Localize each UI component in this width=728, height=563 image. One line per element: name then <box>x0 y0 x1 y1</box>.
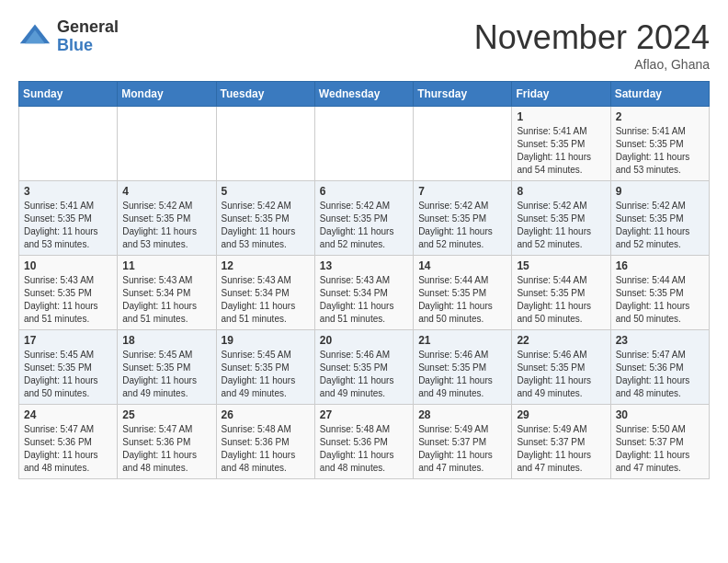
location: Aflao, Ghana <box>474 57 710 72</box>
day-number: 19 <box>222 334 310 347</box>
calendar-cell: 20Sunrise: 5:46 AMSunset: 5:35 PMDayligh… <box>314 330 413 405</box>
day-info: Sunrise: 5:42 AMSunset: 5:35 PMDaylight:… <box>418 200 506 251</box>
day-number: 14 <box>418 259 506 272</box>
day-info: Sunrise: 5:44 AMSunset: 5:35 PMDaylight:… <box>517 274 605 326</box>
calendar-cell: 9Sunrise: 5:42 AMSunset: 5:35 PMDaylight… <box>610 181 709 256</box>
calendar-cell: 15Sunrise: 5:44 AMSunset: 5:35 PMDayligh… <box>512 256 610 330</box>
day-number: 21 <box>418 334 506 347</box>
weekday-header: Wednesday <box>314 82 413 107</box>
day-number: 26 <box>222 408 310 421</box>
day-number: 1 <box>517 110 605 123</box>
calendar-cell: 13Sunrise: 5:43 AMSunset: 5:34 PMDayligh… <box>314 256 413 330</box>
weekday-header: Monday <box>118 82 216 107</box>
day-info: Sunrise: 5:47 AMSunset: 5:36 PMDaylight:… <box>122 423 210 475</box>
day-info: Sunrise: 5:42 AMSunset: 5:35 PMDaylight:… <box>517 200 605 251</box>
weekday-header-row: SundayMondayTuesdayWednesdayThursdayFrid… <box>19 82 710 107</box>
day-number: 2 <box>616 110 704 123</box>
day-number: 13 <box>320 259 408 272</box>
calendar-cell: 11Sunrise: 5:43 AMSunset: 5:34 PMDayligh… <box>118 256 216 330</box>
calendar-cell <box>19 107 118 181</box>
calendar-cell: 25Sunrise: 5:47 AMSunset: 5:36 PMDayligh… <box>118 405 216 479</box>
day-number: 4 <box>122 185 210 198</box>
day-number: 24 <box>24 408 112 421</box>
weekday-header: Saturday <box>610 82 709 107</box>
calendar-cell <box>118 107 216 181</box>
day-info: Sunrise: 5:44 AMSunset: 5:35 PMDaylight:… <box>616 274 704 326</box>
calendar-cell: 18Sunrise: 5:45 AMSunset: 5:35 PMDayligh… <box>118 330 216 405</box>
calendar-week-row: 3Sunrise: 5:41 AMSunset: 5:35 PMDaylight… <box>19 181 710 256</box>
day-number: 10 <box>24 259 112 272</box>
calendar-cell: 2Sunrise: 5:41 AMSunset: 5:35 PMDaylight… <box>610 107 709 181</box>
day-number: 18 <box>122 334 210 347</box>
day-info: Sunrise: 5:50 AMSunset: 5:37 PMDaylight:… <box>616 423 704 475</box>
calendar-cell: 19Sunrise: 5:45 AMSunset: 5:35 PMDayligh… <box>216 330 314 405</box>
calendar-cell: 22Sunrise: 5:46 AMSunset: 5:35 PMDayligh… <box>512 330 610 405</box>
day-info: Sunrise: 5:43 AMSunset: 5:35 PMDaylight:… <box>24 274 112 326</box>
day-number: 17 <box>24 334 112 347</box>
day-info: Sunrise: 5:41 AMSunset: 5:35 PMDaylight:… <box>616 125 704 177</box>
day-info: Sunrise: 5:43 AMSunset: 5:34 PMDaylight:… <box>122 274 210 326</box>
calendar-cell: 3Sunrise: 5:41 AMSunset: 5:35 PMDaylight… <box>19 181 118 256</box>
month-title: November 2024 <box>474 18 710 57</box>
day-info: Sunrise: 5:42 AMSunset: 5:35 PMDaylight:… <box>222 200 310 251</box>
logo: General Blue <box>18 18 119 55</box>
calendar-cell: 21Sunrise: 5:46 AMSunset: 5:35 PMDayligh… <box>414 330 512 405</box>
calendar-cell: 24Sunrise: 5:47 AMSunset: 5:36 PMDayligh… <box>19 405 118 479</box>
calendar-week-row: 17Sunrise: 5:45 AMSunset: 5:35 PMDayligh… <box>19 330 710 405</box>
calendar-cell: 30Sunrise: 5:50 AMSunset: 5:37 PMDayligh… <box>610 405 709 479</box>
title-block: November 2024 Aflao, Ghana <box>474 18 710 72</box>
day-info: Sunrise: 5:45 AMSunset: 5:35 PMDaylight:… <box>222 349 310 400</box>
day-info: Sunrise: 5:45 AMSunset: 5:35 PMDaylight:… <box>24 349 112 400</box>
day-number: 22 <box>517 334 605 347</box>
calendar-cell: 1Sunrise: 5:41 AMSunset: 5:35 PMDaylight… <box>512 107 610 181</box>
calendar-cell: 5Sunrise: 5:42 AMSunset: 5:35 PMDaylight… <box>216 181 314 256</box>
day-info: Sunrise: 5:49 AMSunset: 5:37 PMDaylight:… <box>418 423 506 475</box>
day-number: 3 <box>24 185 112 198</box>
day-number: 25 <box>122 408 210 421</box>
calendar-cell: 23Sunrise: 5:47 AMSunset: 5:36 PMDayligh… <box>610 330 709 405</box>
day-number: 27 <box>320 408 408 421</box>
calendar-week-row: 1Sunrise: 5:41 AMSunset: 5:35 PMDaylight… <box>19 107 710 181</box>
calendar-week-row: 24Sunrise: 5:47 AMSunset: 5:36 PMDayligh… <box>19 405 710 479</box>
day-number: 5 <box>222 185 310 198</box>
weekday-header: Tuesday <box>216 82 314 107</box>
calendar-cell: 27Sunrise: 5:48 AMSunset: 5:36 PMDayligh… <box>314 405 413 479</box>
day-number: 6 <box>320 185 408 198</box>
calendar-cell <box>216 107 314 181</box>
calendar-cell: 8Sunrise: 5:42 AMSunset: 5:35 PMDaylight… <box>512 181 610 256</box>
day-info: Sunrise: 5:49 AMSunset: 5:37 PMDaylight:… <box>517 423 605 475</box>
day-number: 15 <box>517 259 605 272</box>
calendar-cell: 17Sunrise: 5:45 AMSunset: 5:35 PMDayligh… <box>19 330 118 405</box>
day-info: Sunrise: 5:46 AMSunset: 5:35 PMDaylight:… <box>320 349 408 400</box>
day-info: Sunrise: 5:48 AMSunset: 5:36 PMDaylight:… <box>222 423 310 475</box>
calendar-cell: 4Sunrise: 5:42 AMSunset: 5:35 PMDaylight… <box>118 181 216 256</box>
calendar-cell <box>414 107 512 181</box>
day-number: 8 <box>517 185 605 198</box>
logo-text: General Blue <box>57 18 119 55</box>
calendar-cell: 12Sunrise: 5:43 AMSunset: 5:34 PMDayligh… <box>216 256 314 330</box>
day-number: 12 <box>222 259 310 272</box>
weekday-header: Friday <box>512 82 610 107</box>
calendar-cell: 14Sunrise: 5:44 AMSunset: 5:35 PMDayligh… <box>414 256 512 330</box>
logo-icon <box>18 20 51 53</box>
day-info: Sunrise: 5:42 AMSunset: 5:35 PMDaylight:… <box>320 200 408 251</box>
day-number: 7 <box>418 185 506 198</box>
day-info: Sunrise: 5:41 AMSunset: 5:35 PMDaylight:… <box>24 200 112 251</box>
calendar-week-row: 10Sunrise: 5:43 AMSunset: 5:35 PMDayligh… <box>19 256 710 330</box>
calendar-cell <box>314 107 413 181</box>
calendar-cell: 28Sunrise: 5:49 AMSunset: 5:37 PMDayligh… <box>414 405 512 479</box>
weekday-header: Thursday <box>414 82 512 107</box>
day-info: Sunrise: 5:43 AMSunset: 5:34 PMDaylight:… <box>222 274 310 326</box>
day-info: Sunrise: 5:46 AMSunset: 5:35 PMDaylight:… <box>418 349 506 400</box>
calendar-cell: 26Sunrise: 5:48 AMSunset: 5:36 PMDayligh… <box>216 405 314 479</box>
calendar-cell: 10Sunrise: 5:43 AMSunset: 5:35 PMDayligh… <box>19 256 118 330</box>
day-info: Sunrise: 5:45 AMSunset: 5:35 PMDaylight:… <box>122 349 210 400</box>
day-info: Sunrise: 5:48 AMSunset: 5:36 PMDaylight:… <box>320 423 408 475</box>
day-info: Sunrise: 5:44 AMSunset: 5:35 PMDaylight:… <box>418 274 506 326</box>
day-number: 23 <box>616 334 704 347</box>
day-info: Sunrise: 5:42 AMSunset: 5:35 PMDaylight:… <box>616 200 704 251</box>
day-info: Sunrise: 5:43 AMSunset: 5:34 PMDaylight:… <box>320 274 408 326</box>
calendar: SundayMondayTuesdayWednesdayThursdayFrid… <box>18 81 710 479</box>
page-header: General Blue November 2024 Aflao, Ghana <box>18 18 710 72</box>
day-number: 30 <box>616 408 704 421</box>
